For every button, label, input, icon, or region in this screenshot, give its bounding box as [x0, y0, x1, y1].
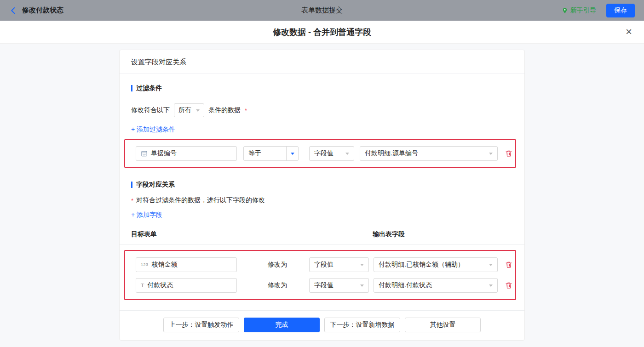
- filter-highlight-box: 单据编号 等于 字段值 付款明细.源单编号: [124, 139, 516, 168]
- filter-value: 付款明细.源单编号: [365, 149, 418, 158]
- operator-caret-segment[interactable]: [286, 147, 298, 160]
- chevron-down-icon: [196, 109, 200, 112]
- required-asterisk: *: [131, 197, 133, 204]
- mapping-column-headers: 目标表单 输出表字段: [120, 230, 524, 245]
- next-step-button[interactable]: 下一步：设置新增数据: [324, 318, 400, 332]
- mapping-section-label: 字段对应关系: [136, 181, 175, 189]
- delete-row-icon[interactable]: [505, 282, 512, 289]
- output-field-select[interactable]: 付款明细.已核销金额（辅助）: [374, 257, 498, 272]
- modify-to-label: 修改为: [268, 261, 287, 269]
- close-icon[interactable]: ×: [626, 26, 632, 37]
- form-field-icon: [141, 150, 148, 157]
- mapping-highlight-box: 123 核销金额 修改为 字段值 付款明细.已核销金额（辅助）: [124, 250, 516, 300]
- condition-suffix: 条件的数据: [208, 106, 241, 114]
- filter-field-input[interactable]: 单据编号: [136, 146, 237, 161]
- delete-filter-icon[interactable]: [505, 150, 512, 157]
- modify-to-label: 修改为: [268, 281, 287, 290]
- section-accent-bar: [131, 182, 132, 188]
- value-type-select[interactable]: 字段值: [309, 257, 369, 272]
- chevron-down-icon: [345, 153, 349, 155]
- mapping-row: T 付款状态 修改为 字段值 付款明细.付款状态: [125, 278, 515, 293]
- prev-step-button[interactable]: 上一步：设置触发动作: [163, 318, 239, 332]
- section-accent-bar: [131, 85, 132, 91]
- output-field-value: 付款明细.付款状态: [379, 281, 432, 290]
- done-button[interactable]: 完成: [244, 318, 320, 332]
- location-pin-icon: [562, 7, 568, 14]
- other-settings-button[interactable]: 其他设置: [405, 318, 481, 332]
- add-field-link[interactable]: + 添加字段: [131, 211, 162, 219]
- modal-body: 设置字段对应关系 过滤条件 修改符合以下 所有 条件的数据 * + 添加过滤条件: [0, 44, 644, 347]
- filter-value-select[interactable]: 付款明细.源单编号: [360, 146, 498, 161]
- text-field-icon: T: [141, 282, 144, 289]
- mapping-section-title: 字段对应关系: [131, 181, 513, 189]
- back-icon[interactable]: [9, 6, 17, 15]
- beginner-guide-link[interactable]: 新手引导: [562, 6, 596, 15]
- chevron-down-icon: [360, 284, 364, 287]
- match-type-select[interactable]: 所有: [174, 103, 204, 117]
- condition-row: 修改符合以下 所有 条件的数据 *: [131, 103, 513, 117]
- beginner-guide-label: 新手引导: [570, 6, 596, 15]
- chevron-down-icon: [291, 153, 294, 155]
- number-field-icon: 123: [141, 262, 149, 267]
- value-type-select[interactable]: 字段值: [309, 278, 369, 293]
- value-type-value: 字段值: [314, 261, 334, 269]
- value-type-value: 字段值: [314, 281, 334, 290]
- chevron-down-icon: [489, 264, 493, 266]
- card-footer: 上一步：设置触发动作 完成 下一步：设置新增数据 其他设置: [120, 310, 524, 340]
- target-field-input[interactable]: T 付款状态: [136, 278, 237, 293]
- chevron-down-icon: [489, 153, 493, 155]
- target-field-value: 付款状态: [147, 281, 173, 290]
- output-field-value: 付款明细.已核销金额（辅助）: [379, 261, 464, 269]
- card-section-title: 设置字段对应关系: [120, 50, 524, 74]
- mapping-description: 对符合过滤条件的数据，进行以下字段的修改: [136, 196, 265, 205]
- modal-header: 修改数据 - 合并到普通字段 ×: [0, 21, 644, 44]
- chevron-down-icon: [489, 284, 493, 287]
- page-title: 表单数据提交: [0, 6, 644, 15]
- filter-row: 单据编号 等于 字段值 付款明细.源单编号: [125, 146, 515, 161]
- chevron-down-icon: [360, 264, 364, 266]
- mapping-row: 123 核销金额 修改为 字段值 付款明细.已核销金额（辅助）: [125, 257, 515, 272]
- condition-prefix: 修改符合以下: [131, 106, 170, 114]
- value-type-value: 字段值: [314, 149, 334, 158]
- output-field-select[interactable]: 付款明细.付款状态: [374, 278, 498, 293]
- topbar: 修改付款状态 表单数据提交 新手引导 保存: [0, 0, 644, 21]
- match-type-value: 所有: [178, 106, 191, 114]
- target-form-column-header: 目标表单: [131, 230, 373, 239]
- filter-section-title: 过滤条件: [131, 84, 513, 92]
- modal-title: 修改数据 - 合并到普通字段: [273, 27, 371, 38]
- target-field-value: 核销金额: [152, 261, 178, 269]
- operator-select[interactable]: 等于: [243, 146, 299, 161]
- delete-row-icon[interactable]: [505, 261, 512, 268]
- output-field-column-header: 输出表字段: [373, 230, 405, 239]
- filter-field-value: 单据编号: [151, 149, 177, 158]
- workflow-title: 修改付款状态: [22, 6, 63, 15]
- operator-value: 等于: [244, 149, 286, 158]
- settings-card: 设置字段对应关系 过滤条件 修改符合以下 所有 条件的数据 * + 添加过滤条件: [119, 50, 525, 341]
- filter-section-label: 过滤条件: [136, 84, 162, 92]
- value-type-select[interactable]: 字段值: [309, 146, 354, 161]
- add-filter-condition-link[interactable]: + 添加过滤条件: [131, 125, 175, 134]
- required-asterisk: *: [245, 107, 247, 114]
- save-button[interactable]: 保存: [606, 4, 635, 17]
- target-field-input[interactable]: 123 核销金额: [136, 257, 237, 272]
- mapping-description-row: * 对符合过滤条件的数据，进行以下字段的修改: [131, 196, 513, 205]
